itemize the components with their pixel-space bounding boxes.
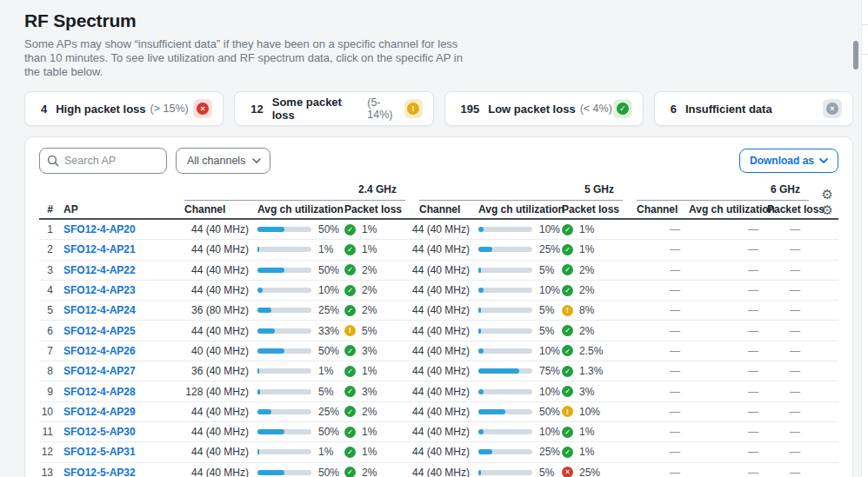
utilization-bar xyxy=(257,268,311,273)
channel-cell: 44 (40 MHz) xyxy=(419,243,478,255)
ok-status-icon: ✓ xyxy=(344,406,356,417)
chevron-down-icon xyxy=(252,158,261,163)
channel-filter-select[interactable]: All channels xyxy=(176,148,270,174)
packet-loss-cell: ✓2% xyxy=(562,284,623,296)
utilization-bar-fill xyxy=(478,308,481,313)
utilization-bar xyxy=(478,409,532,414)
utilization-cell: 1% xyxy=(257,365,344,377)
summary-card-low-packet-loss[interactable]: 195 Low packet loss (< 4%) ✓ xyxy=(444,91,644,126)
utilization-cell: — xyxy=(689,264,767,276)
utilization-value: 10% xyxy=(539,386,560,398)
channel-cell: 44 (40 MHz) xyxy=(419,345,478,357)
utilization-value: 50% xyxy=(318,426,339,438)
utilization-cell: — xyxy=(689,243,767,255)
card-count: 12 xyxy=(250,103,263,116)
ap-link[interactable]: SFO12-4-AP22 xyxy=(63,264,136,276)
channel-cell: 44 (40 MHz) xyxy=(419,264,478,276)
channel-cell: — xyxy=(637,325,689,337)
ok-status-icon: ✓ xyxy=(344,467,356,477)
channel-cell: 44 (40 MHz) xyxy=(419,325,478,337)
exclamation-circle-icon: ! xyxy=(407,103,419,115)
channel-cell: 44 (40 MHz) xyxy=(419,365,478,377)
utilization-cell: — xyxy=(689,304,767,316)
column-settings-gear-icon[interactable]: ⚙ xyxy=(809,203,838,216)
utilization-bar xyxy=(257,409,311,414)
row-number: 13 xyxy=(39,467,53,477)
card-label: Some packet loss xyxy=(272,96,364,122)
column-header-channel-24: Channel xyxy=(184,203,257,215)
packet-loss-value: 25% xyxy=(579,467,600,477)
ok-status-icon: ✓ xyxy=(344,264,356,275)
utilization-bar-fill xyxy=(257,368,259,374)
table-row: 11SFO12-5-AP3044 (40 MHz)50%✓1%44 (40 MH… xyxy=(39,422,838,442)
search-ap-field xyxy=(39,148,167,174)
x-circle-icon: × xyxy=(197,103,209,115)
ap-table-panel: All channels Download as 2.4 GHz 5 GHz 6… xyxy=(24,136,853,477)
utilization-bar-fill xyxy=(257,348,284,354)
summary-card-some-packet-loss[interactable]: 12 Some packet loss (5-14%) ! xyxy=(234,91,433,126)
ap-link[interactable]: SFO12-4-AP24 xyxy=(63,304,136,316)
utilization-value: 50% xyxy=(539,406,560,418)
page-description: Some APs may show “insufficient data” if… xyxy=(24,37,853,79)
channel-cell: 44 (40 MHz) xyxy=(419,426,478,438)
ap-link[interactable]: SFO12-5-AP31 xyxy=(63,446,136,458)
ap-link[interactable]: SFO12-4-AP20 xyxy=(63,223,136,235)
ap-link[interactable]: SFO12-4-AP23 xyxy=(63,284,136,296)
card-label: Low packet loss xyxy=(488,103,575,116)
packet-loss-cell: ✓1% xyxy=(562,223,623,235)
utilization-bar-fill xyxy=(478,409,505,414)
ok-status-icon: ✓ xyxy=(562,264,573,275)
ap-link[interactable]: SFO12-4-AP26 xyxy=(63,345,136,357)
ok-status-icon: ✓ xyxy=(344,447,356,458)
summary-card-insufficient-data[interactable]: 6 Insufficient data × xyxy=(654,91,853,126)
ap-link[interactable]: SFO12-4-AP25 xyxy=(63,325,136,337)
table-row: 8SFO12-4-AP2736 (40 MHz)1%✓1%44 (40 MHz)… xyxy=(39,361,838,381)
ap-link[interactable]: SFO12-5-AP32 xyxy=(63,467,136,477)
packet-loss-cell: ✓1.3% xyxy=(562,365,623,377)
packet-loss-value: 1% xyxy=(362,426,377,438)
utilization-cell: — xyxy=(689,325,767,337)
utilization-bar-fill xyxy=(478,227,484,232)
utilization-bar xyxy=(257,348,311,354)
na-status-icon: × xyxy=(823,99,842,118)
utilization-bar-fill xyxy=(478,268,481,273)
table-row: 2SFO12-4-AP2144 (40 MHz)1%✓1%44 (40 MHz)… xyxy=(39,240,838,260)
card-qualifier: (< 4%) xyxy=(580,103,612,115)
table-settings-gear-icon[interactable]: ⚙ xyxy=(809,188,838,201)
utilization-cell: 50% xyxy=(257,345,344,357)
ok-status-icon: ✓ xyxy=(562,224,573,235)
error-status-icon: × xyxy=(193,99,212,118)
utilization-cell: 1% xyxy=(257,243,344,255)
ok-status-icon: ✓ xyxy=(344,366,356,377)
channel-cell: 44 (40 MHz) xyxy=(184,264,257,276)
channel-cell: 44 (40 MHz) xyxy=(184,325,257,337)
ok-status-icon: ✓ xyxy=(562,325,573,336)
utilization-cell: 10% xyxy=(478,386,562,398)
ok-status-icon: ✓ xyxy=(344,305,356,316)
channel-cell: — xyxy=(637,365,689,377)
utilization-cell: 5% xyxy=(478,304,562,316)
channel-cell: 44 (40 MHz) xyxy=(419,406,478,418)
utilization-bar xyxy=(478,227,532,232)
table-row: 3SFO12-4-AP2244 (40 MHz)50%✓2%44 (40 MHz… xyxy=(39,261,838,281)
ap-link[interactable]: SFO12-5-AP30 xyxy=(63,426,136,438)
utilization-cell: 10% xyxy=(478,284,562,296)
chevron-down-icon xyxy=(819,158,828,163)
packet-loss-cell: ✓2% xyxy=(344,284,405,296)
packet-loss-cell: — xyxy=(767,264,809,276)
column-header-num: # xyxy=(39,203,53,215)
download-as-button[interactable]: Download as xyxy=(739,149,838,173)
utilization-bar xyxy=(478,429,532,434)
ap-link[interactable]: SFO12-4-AP21 xyxy=(63,243,136,255)
table-row: 4SFO12-4-AP2344 (40 MHz)10%✓2%44 (40 MHz… xyxy=(39,281,838,301)
ap-link[interactable]: SFO12-4-AP27 xyxy=(63,365,136,377)
scrollbar-thumb[interactable] xyxy=(853,41,858,70)
channel-cell: — xyxy=(637,264,689,276)
ap-link[interactable]: SFO12-4-AP29 xyxy=(63,406,136,418)
ap-link[interactable]: SFO12-4-AP28 xyxy=(63,386,136,398)
ok-status-icon: ✓ xyxy=(562,244,573,255)
packet-loss-cell: — xyxy=(767,406,809,418)
column-header-utilization-24: Avg ch utilization xyxy=(257,203,344,215)
utilization-cell: 25% xyxy=(257,304,344,316)
summary-card-high-packet-loss[interactable]: 4 High packet loss (> 15%) × xyxy=(24,91,224,126)
